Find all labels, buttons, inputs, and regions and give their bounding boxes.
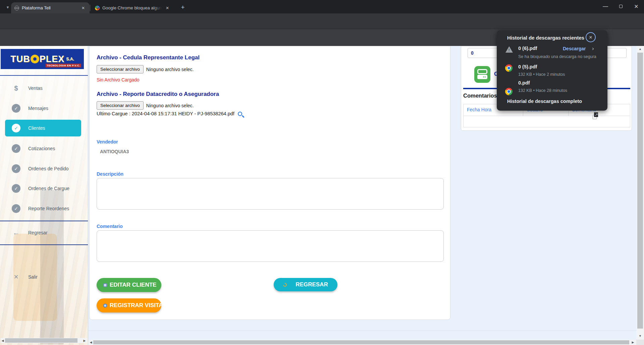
table-empty-row: [464, 116, 630, 127]
window-close-button[interactable]: ✕: [629, 0, 644, 13]
descripcion-textarea[interactable]: [97, 178, 444, 210]
downloads-close-icon[interactable]: ✕: [586, 32, 596, 42]
file1-none-label: Ninguno archivo selec.: [146, 67, 194, 72]
tab-strip: ▾ Plataforma Tell ✕ G Google Chrome bloq…: [0, 0, 644, 13]
downloads-popup: Historial de descargas recientes ✕ ! 0 (…: [497, 30, 607, 111]
downloads-history-link[interactable]: Historial de descargas completo: [507, 99, 582, 104]
window-maximize-button[interactable]: [613, 0, 629, 13]
scrollbar-thumb[interactable]: [93, 340, 629, 344]
back-curl-icon: [282, 282, 287, 287]
sidebar-item-ordenes-cargue[interactable]: ✓ Ordenes de Cargue: [0, 180, 88, 197]
tab-close-icon[interactable]: ✕: [164, 5, 170, 11]
close-x-icon: ✕: [12, 273, 20, 281]
file1-status: Sin Archivo Cargado: [97, 77, 140, 82]
sidebar-divider: [0, 221, 88, 221]
scrollbar-corner: [636, 340, 644, 345]
page-h-scrollbar[interactable]: ◀ ▶: [88, 340, 636, 345]
comentario-textarea[interactable]: [97, 230, 444, 262]
registrar-visita-button[interactable]: REGISTRAR VISITA: [97, 298, 161, 312]
browser-window: ▾ Plataforma Tell ✕ G Google Chrome bloq…: [0, 0, 644, 345]
globe-favicon-icon: [14, 6, 19, 10]
check-circle-icon: ✓: [12, 124, 20, 132]
visit-icon: [103, 304, 107, 307]
chevron-right-icon[interactable]: ›: [592, 45, 594, 52]
descripcion-label: Descripción: [97, 171, 123, 177]
tab-plataforma[interactable]: Plataforma Tell ✕: [11, 2, 90, 13]
comentarios-title: Comentarios: [463, 93, 497, 99]
download-detail: Se ha bloqueado una descarga no segura: [518, 54, 596, 59]
file2-last-upload: Ultimo Cargue : 2024-04-08 15:17:31 HEID…: [97, 111, 234, 116]
scroll-up-icon[interactable]: ▲: [636, 47, 644, 51]
magnifier-icon[interactable]: [238, 112, 242, 116]
dollar-icon: $: [12, 84, 20, 92]
download-file-name[interactable]: 0.pdf: [518, 80, 530, 85]
scroll-left-icon[interactable]: ◀: [89, 340, 93, 345]
arrow-left-icon: ←: [12, 229, 20, 237]
sidebar-item-reporte-reordenes[interactable]: ✓ Reporte Reordenes: [0, 200, 88, 217]
scroll-right-icon[interactable]: ▶: [631, 340, 635, 345]
chrome-icon: [505, 64, 513, 72]
scroll-left-icon[interactable]: ◀: [1, 338, 5, 343]
sidebar-item-clientes[interactable]: ✓ Clientes: [5, 120, 81, 136]
check-circle-icon: ✓: [12, 104, 20, 113]
client-form-card: Archivo - Cedula Representante Legal Sel…: [89, 46, 450, 320]
file1-select-button[interactable]: Seleccionar archivo: [97, 65, 144, 73]
sidebar-item-ventas[interactable]: $ Ventas: [0, 80, 88, 97]
file2-heading: Archivo - Reporte Datacredito o Asegurad…: [97, 91, 219, 98]
sidebar: TUB PLEX S.A. TECNOLOGIA EN P.V.C. $ Ven…: [0, 46, 88, 345]
save-icon[interactable]: [474, 66, 490, 83]
tuboplex-logo: TUB PLEX S.A. TECNOLOGIA EN P.V.C.: [1, 49, 84, 69]
downloads-popup-title: Historial de descargas recientes: [507, 35, 584, 41]
descargar-link[interactable]: Descargar: [563, 46, 586, 51]
tab-title: Plataforma Tell: [22, 5, 77, 10]
scroll-down-icon[interactable]: ▼: [636, 334, 644, 338]
tab-chrome-blocks[interactable]: G Google Chrome bloquea algun ✕: [92, 2, 174, 13]
sidebar-h-scrollbar[interactable]: ◀ ▶: [1, 338, 87, 343]
logo-divider: [0, 75, 88, 76]
scroll-right-icon[interactable]: ▶: [83, 338, 87, 343]
file2-none-label: Ninguno archivo selec.: [146, 103, 194, 108]
browser-toolbar: ← → ↻ ⚠ No es seguro plataformatell.com/…: [0, 13, 644, 29]
google-favicon-icon: G: [95, 6, 100, 10]
check-circle-icon: ✓: [12, 164, 20, 173]
tab-divider: [90, 5, 90, 11]
scrollbar-thumb[interactable]: [637, 53, 643, 329]
check-circle-icon: ✓: [12, 184, 20, 193]
sidebar-item-mensajes[interactable]: ✓ Mensajes: [0, 100, 88, 117]
tab-close-icon[interactable]: ✕: [80, 5, 86, 11]
sidebar-divider: [0, 244, 88, 245]
edit-icon: [103, 283, 107, 287]
file2-select-button[interactable]: Seleccionar archivo: [97, 101, 144, 110]
comentario-label: Comentario: [97, 224, 123, 229]
vendedor-label: Vendedor: [97, 139, 118, 145]
tab-title: Google Chrome bloquea algun: [102, 5, 162, 10]
vendedor-value: ANTIOQUIA3: [100, 149, 129, 154]
check-circle-icon: ✓: [12, 204, 20, 213]
warning-icon: !: [505, 46, 513, 53]
editar-cliente-button[interactable]: EDITAR CLIENTE: [97, 278, 161, 292]
new-tab-button[interactable]: +: [178, 3, 187, 12]
sidebar-item-cotizaciones[interactable]: ✓ Cotizaciones: [0, 140, 88, 157]
download-detail: 132 KB • Hace 28 minutos: [518, 88, 567, 93]
download-file-name[interactable]: 0 (6).pdf: [518, 46, 537, 51]
file1-heading: Archivo - Cedula Representante Legal: [97, 54, 200, 61]
logo-o-ring-icon: [31, 55, 39, 63]
download-file-name[interactable]: 0 (5).pdf: [518, 64, 537, 69]
sidebar-item-ordenes-pedido[interactable]: ✓ Ordenes de Pedido: [0, 160, 88, 177]
content-bottom-divider: [88, 331, 636, 331]
download-detail: 132 KB • Hace 2 minutos: [518, 72, 565, 77]
scrollbar-thumb[interactable]: [5, 338, 77, 343]
check-circle-icon: ✓: [12, 144, 20, 153]
window-minimize-button[interactable]: —: [598, 0, 613, 13]
sidebar-item-regresar[interactable]: ← Regresar: [0, 224, 88, 241]
logo-tagline: TECNOLOGIA EN P.V.C.: [46, 64, 81, 67]
sidebar-item-salir[interactable]: ✕ Salir: [0, 269, 88, 285]
page-v-scrollbar[interactable]: ▲ ▼: [636, 46, 644, 340]
chrome-icon: [505, 88, 513, 95]
external-link-icon[interactable]: ↗: [592, 115, 597, 119]
regresar-button[interactable]: REGRESAR: [274, 278, 337, 291]
